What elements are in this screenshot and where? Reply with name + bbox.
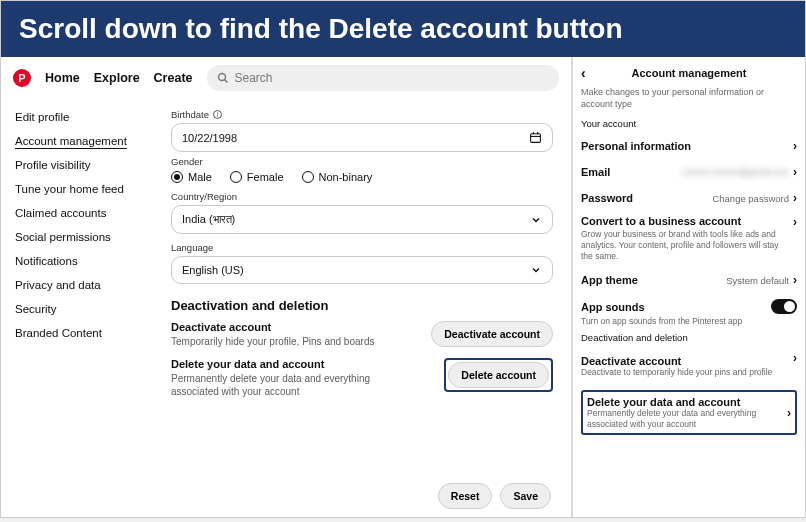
gender-label: Gender	[171, 156, 553, 167]
svg-rect-2	[531, 134, 541, 143]
search-icon	[217, 72, 229, 84]
app-sounds-toggle[interactable]	[771, 299, 797, 314]
desktop-panel: P Home Explore Create Search Edit profil…	[1, 57, 571, 517]
settings-form: Birthdate i 10/22/1998 Gender Male Femal…	[171, 105, 553, 408]
gender-nonbinary[interactable]: Non-binary	[302, 171, 373, 183]
sidebar-item-edit-profile[interactable]: Edit profile	[15, 111, 145, 123]
delete-highlight-box: Delete account	[444, 358, 553, 392]
country-label: Country/Region	[171, 191, 553, 202]
sidebar-item-claimed-accounts[interactable]: Claimed accounts	[15, 207, 145, 219]
mobile-deactivate-account[interactable]: Deactivate account Deactivate to tempora…	[581, 347, 797, 388]
gender-female[interactable]: Female	[230, 171, 284, 183]
mobile-password[interactable]: Password Change password›	[581, 185, 797, 211]
country-value: India (भारत)	[182, 213, 235, 226]
sidebar-item-profile-visibility[interactable]: Profile visibility	[15, 159, 145, 171]
language-label: Language	[171, 242, 553, 253]
mobile-title: Account management	[632, 67, 747, 79]
gender-male[interactable]: Male	[171, 171, 212, 183]
mobile-app-theme[interactable]: App theme System default›	[581, 267, 797, 293]
language-value: English (US)	[182, 264, 244, 276]
sidebar-item-notifications[interactable]: Notifications	[15, 255, 145, 267]
reset-button[interactable]: Reset	[438, 483, 493, 509]
radio-icon	[302, 171, 314, 183]
delete-account-row: Delete your data and account Permanently…	[171, 358, 553, 398]
radio-icon	[230, 171, 242, 183]
back-icon[interactable]: ‹	[581, 65, 586, 81]
mobile-personal-info[interactable]: Personal information ›	[581, 133, 797, 159]
mobile-email[interactable]: Email xxxxxx.xxxxxx@gmail.com›	[581, 159, 797, 185]
delete-desc: Permanently delete your data and everyth…	[171, 372, 381, 398]
delete-account-button[interactable]: Delete account	[448, 362, 549, 388]
radio-icon	[171, 171, 183, 183]
svg-line-1	[224, 80, 227, 83]
mobile-deact-section: Deactivation and deletion	[581, 332, 797, 343]
birthdate-value: 10/22/1998	[182, 132, 237, 144]
app-sounds-desc: Turn on app sounds from the Pinterest ap…	[581, 316, 797, 326]
chevron-down-icon	[530, 214, 542, 226]
your-account-label: Your account	[581, 118, 797, 129]
chevron-right-icon: ›	[787, 406, 791, 420]
country-select[interactable]: India (भारत)	[171, 205, 553, 234]
svg-point-0	[218, 74, 225, 81]
nav-explore[interactable]: Explore	[94, 71, 140, 85]
settings-sidebar: Edit profile Account management Profile …	[15, 105, 145, 408]
deactivate-account-row: Deactivate account Temporarily hide your…	[171, 321, 553, 348]
deactivation-section-heading: Deactivation and deletion	[171, 298, 553, 313]
sidebar-item-privacy-data[interactable]: Privacy and data	[15, 279, 145, 291]
mobile-convert-business[interactable]: Convert to a business account Grow your …	[581, 211, 797, 267]
chevron-right-icon: ›	[793, 139, 797, 153]
sidebar-item-security[interactable]: Security	[15, 303, 145, 315]
language-select[interactable]: English (US)	[171, 256, 553, 284]
sidebar-item-tune-home-feed[interactable]: Tune your home feed	[15, 183, 145, 195]
gender-radios: Male Female Non-binary	[171, 171, 553, 183]
mobile-desc: Make changes to your personal informatio…	[581, 87, 797, 110]
nav-create[interactable]: Create	[154, 71, 193, 85]
nav-home[interactable]: Home	[45, 71, 80, 85]
banner-title: Scroll down to find the Delete account b…	[19, 13, 623, 44]
sidebar-item-social-permissions[interactable]: Social permissions	[15, 231, 145, 243]
deactivate-title: Deactivate account	[171, 321, 374, 333]
form-footer: Reset Save	[438, 483, 551, 509]
save-button[interactable]: Save	[500, 483, 551, 509]
chevron-right-icon: ›	[793, 215, 797, 229]
mobile-delete-highlight: Delete your data and account Permanently…	[581, 390, 797, 435]
deactivate-account-button[interactable]: Deactivate account	[431, 321, 553, 347]
sidebar-item-account-management[interactable]: Account management	[15, 135, 145, 147]
search-input[interactable]: Search	[207, 65, 559, 91]
pinterest-logo-icon[interactable]: P	[13, 69, 31, 87]
top-nav: P Home Explore Create Search	[9, 57, 563, 97]
mobile-panel: ‹ Account management Make changes to you…	[571, 57, 805, 517]
instruction-banner: Scroll down to find the Delete account b…	[1, 1, 805, 57]
email-value-blurred: xxxxxx.xxxxxx@gmail.com	[682, 167, 789, 177]
info-icon[interactable]: i	[213, 110, 222, 119]
chevron-right-icon: ›	[793, 191, 797, 205]
chevron-down-icon	[530, 264, 542, 276]
calendar-icon	[529, 131, 542, 144]
delete-title: Delete your data and account	[171, 358, 381, 370]
chevron-right-icon: ›	[793, 165, 797, 179]
sidebar-item-branded-content[interactable]: Branded Content	[15, 327, 145, 339]
chevron-right-icon: ›	[793, 351, 797, 365]
search-placeholder: Search	[235, 71, 273, 85]
birthdate-label: Birthdate i	[171, 109, 553, 120]
chevron-right-icon: ›	[793, 273, 797, 287]
deactivate-desc: Temporarily hide your profile, Pins and …	[171, 335, 374, 348]
mobile-delete-account[interactable]: Delete your data and account Permanently…	[587, 396, 791, 429]
birthdate-field[interactable]: 10/22/1998	[171, 123, 553, 152]
mobile-app-sounds: App sounds	[581, 293, 797, 316]
